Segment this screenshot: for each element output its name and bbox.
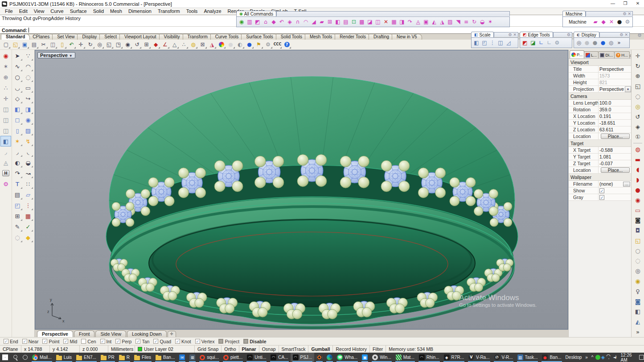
toolbar-tab-standard[interactable]: Standard [1, 34, 30, 40]
gem-icon[interactable]: ◆ [23, 232, 33, 243]
photos-app[interactable]: ▣ [360, 353, 370, 362]
viewport-tab-looking-down[interactable]: Looking Down [127, 330, 167, 337]
folder-window[interactable]: Files [132, 353, 153, 362]
place-button[interactable]: Place... [601, 167, 630, 173]
lock-icon[interactable]: ⊠ [198, 41, 207, 49]
shaded-cube-icon[interactable]: ◧ [0, 136, 11, 146]
h-key-icon[interactable]: H [0, 168, 11, 179]
r7r-window[interactable]: ◈R7R... [442, 353, 466, 362]
rebuild-edges-icon[interactable]: ⚙ [553, 38, 561, 47]
shade-white-icon[interactable]: ● [226, 41, 235, 49]
toolbar-tab-transform[interactable]: Transform [183, 34, 213, 40]
browse-button[interactable]: ... [623, 182, 630, 187]
pan-icon[interactable]: ✛ [76, 41, 86, 49]
toolbar-tab-render-tools[interactable]: Render Tools [335, 34, 371, 40]
browser-window[interactable]: squi... [197, 353, 221, 362]
close-icon[interactable]: ✕ [513, 33, 517, 37]
ring-view-icon[interactable]: ◗ [632, 175, 643, 185]
command-icon[interactable]: ⊞ [326, 17, 334, 26]
target-point-icon[interactable]: ◉ [632, 276, 643, 286]
rendered-icon[interactable]: ● [599, 38, 607, 47]
zoom-selected-icon[interactable]: ◌ [632, 91, 643, 102]
arc-icon[interactable]: ◡ [12, 82, 23, 93]
ring-view-icon[interactable]: ● [632, 185, 643, 195]
rhino-window[interactable]: ◠Rhin... [417, 353, 442, 362]
zoom-window-icon[interactable]: ◱ [632, 81, 643, 91]
move-icon[interactable]: ▱ [23, 189, 33, 200]
osnap-checkbox[interactable]: ✓ [135, 339, 140, 344]
tab-layers[interactable]: L... [584, 51, 599, 58]
toolbar-tab-visibility[interactable]: Visibility [159, 34, 185, 40]
surface-icon[interactable]: ◧ [12, 104, 23, 114]
copy-icon[interactable]: ◫ [48, 41, 57, 49]
command-icon[interactable]: ◨ [398, 17, 406, 26]
globe-icon[interactable]: ⊕ [0, 72, 11, 82]
scale-2d-icon[interactable]: ◰ [480, 38, 488, 47]
gear-icon[interactable]: ⚙ [637, 33, 642, 38]
toggle-filter[interactable]: Filter [370, 346, 386, 353]
notes-icon[interactable]: ✎ [12, 221, 23, 232]
command-icon[interactable]: ≡ [462, 17, 470, 26]
command-icon[interactable]: ● [615, 17, 623, 26]
whatsapp-window[interactable]: ☎Wha... [335, 353, 360, 362]
command-icon[interactable]: ◢ [310, 17, 318, 26]
gear-icon[interactable]: ⚙ [263, 41, 273, 49]
command-icon[interactable]: ✶ [486, 17, 494, 26]
control-points-icon[interactable]: ∵ [23, 50, 33, 61]
menu-curve[interactable]: Curve [47, 8, 66, 15]
blocks-icon[interactable]: ▤ [12, 189, 23, 200]
browser-window[interactable]: piett... [221, 353, 245, 362]
scale-diagonal-icon[interactable]: ◿ [505, 38, 513, 47]
spheres-icon[interactable]: ◉ [23, 114, 33, 125]
command-icon[interactable]: ✕ [382, 17, 390, 26]
menu-edit[interactable]: Edit [16, 8, 31, 15]
osnap-checkbox[interactable]: ✓ [195, 339, 200, 344]
command-icon[interactable]: ▤ [342, 17, 350, 26]
zoom-icon[interactable]: ◎ [95, 41, 104, 49]
rhino-window[interactable]: ◠PSJ... [291, 353, 315, 362]
osnap-checkbox[interactable]: ✓ [22, 339, 27, 344]
menu-tools[interactable]: Tools [183, 8, 201, 15]
explode-icon[interactable]: ✶ [12, 136, 23, 146]
clock[interactable]: 12:26 AM [618, 353, 639, 362]
zoom-target-icon[interactable]: ◎ [632, 102, 643, 112]
menu-file[interactable]: File [2, 8, 16, 15]
command-icon[interactable]: ▨ [446, 17, 454, 26]
layer-pane[interactable]: User Layer 02 [135, 346, 195, 353]
vray-window[interactable]: ∅V-R... [492, 353, 515, 362]
osnap-checkbox[interactable] [81, 339, 86, 344]
dots-icon[interactable]: ∷ [23, 179, 33, 189]
scale-tab[interactable]: ◧ Scale [471, 32, 494, 37]
zoom-window-icon[interactable]: ◱ [104, 41, 114, 49]
rhino-window[interactable]: ◠CA... [268, 353, 290, 362]
command-icon[interactable]: ◫ [374, 17, 382, 26]
machine-tab[interactable]: Machine [562, 11, 586, 16]
merge-edge-icon[interactable]: ∟ [545, 38, 553, 47]
wireframe-icon[interactable]: ◎ [575, 38, 583, 47]
shade-gray-icon[interactable]: ◐ [235, 41, 245, 49]
ban-window[interactable]: ●Ban... [540, 353, 563, 362]
gear-icon[interactable]: ⚙ [623, 12, 626, 16]
cube-save-icon[interactable]: ◰ [12, 200, 23, 211]
toolbar-tab-cplanes[interactable]: CPlanes [28, 34, 54, 40]
fillet-icon[interactable]: ◞ [12, 146, 23, 157]
toolbar-tab-viewport-layout[interactable]: Viewport Layout [119, 34, 161, 40]
tab-help[interactable]: ?H... [614, 51, 630, 58]
command-icon[interactable]: ↶ [278, 17, 286, 26]
property-value[interactable]: Perspective▼ [598, 86, 631, 92]
array-red-icon[interactable]: ▦ [23, 211, 33, 221]
camera-icon[interactable]: ◙ [632, 215, 643, 225]
display-tab[interactable]: ◐ Display [574, 32, 599, 37]
text-icon[interactable]: T [12, 179, 23, 189]
viewport-title-menu[interactable]: Perspective ▼ [37, 52, 75, 58]
close-button[interactable]: ✕ [632, 0, 644, 8]
property-value[interactable]: ✓ [598, 187, 631, 194]
open-view-icon[interactable]: ◱ [632, 236, 643, 246]
search-button[interactable] [10, 353, 21, 362]
perspective-viewport[interactable]: yzx Perspective ▼ Activate Windows Go to… [35, 50, 568, 329]
show-edges-icon[interactable]: ◩ [521, 38, 529, 47]
viewport-layout-icon[interactable]: ⊞ [142, 41, 151, 49]
toggle-planar[interactable]: Planar [239, 346, 259, 353]
property-value[interactable]: ✓ [598, 194, 631, 200]
command-icon[interactable]: ◒ [478, 17, 486, 26]
